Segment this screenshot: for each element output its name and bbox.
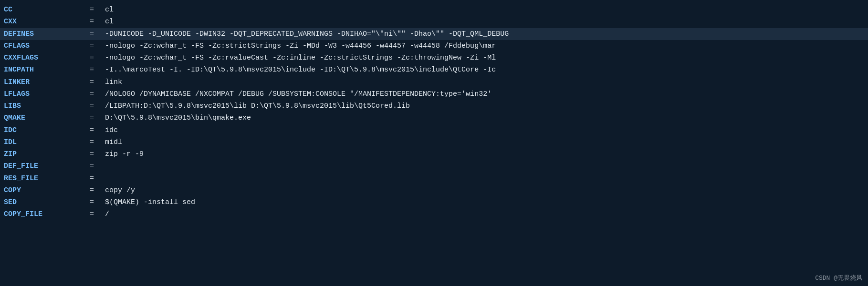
row-value: -nologo -Zc:wchar_t -FS -Zc:rvalueCast -…: [105, 52, 496, 63]
row-key: LFLAGS: [4, 89, 90, 100]
row-key: CFLAGS: [4, 41, 90, 51]
row-key: IDC: [4, 125, 90, 136]
row-key: COPY: [4, 185, 90, 196]
row-value: midl: [105, 137, 122, 148]
row-equals: =: [90, 29, 101, 40]
table-row: DEF_FILE=: [0, 160, 868, 172]
table-row: CFLAGS=-nologo -Zc:wchar_t -FS -Zc:stric…: [0, 40, 868, 52]
row-equals: =: [90, 173, 101, 184]
table-row: LIBS=/LIBPATH:D:\QT\5.9.8\msvc2015\lib D…: [0, 100, 868, 112]
row-value: cl: [105, 16, 114, 27]
row-key: LIBS: [4, 101, 90, 112]
row-equals: =: [90, 149, 101, 160]
table-row: IDC=idc: [0, 124, 868, 136]
table-row: SED=$(QMAKE) -install sed: [0, 196, 868, 208]
row-equals: =: [90, 112, 101, 123]
row-key: DEF_FILE: [4, 161, 90, 172]
watermark: CSDN @无畏烧风: [815, 274, 862, 282]
table-row: CC=cl: [0, 4, 868, 16]
row-equals: =: [90, 197, 101, 208]
row-key: IDL: [4, 137, 90, 148]
row-key: CXXFLAGS: [4, 52, 90, 63]
row-key: LINKER: [4, 77, 90, 88]
row-equals: =: [90, 41, 101, 51]
row-key: DEFINES: [4, 29, 90, 40]
table-row: CXX=cl: [0, 16, 868, 28]
row-equals: =: [90, 77, 101, 88]
row-equals: =: [90, 125, 101, 136]
row-value: $(QMAKE) -install sed: [105, 197, 195, 208]
table-row: QMAKE=D:\QT\5.9.8\msvc2015\bin\qmake.exe: [0, 112, 868, 124]
row-key: COPY_FILE: [4, 209, 90, 220]
table-row: IDL=midl: [0, 136, 868, 148]
row-value: /LIBPATH:D:\QT\5.9.8\msvc2015\lib D:\QT\…: [105, 101, 410, 112]
row-value: /NOLOGO /DYNAMICBASE /NXCOMPAT /DEBUG /S…: [105, 89, 492, 100]
table-row: COPY_FILE=/: [0, 208, 868, 220]
row-equals: =: [90, 209, 101, 220]
row-key: QMAKE: [4, 112, 90, 123]
table-row: LINKER=link: [0, 76, 868, 88]
row-key: CXX: [4, 16, 90, 27]
row-equals: =: [90, 161, 101, 172]
row-equals: =: [90, 185, 101, 196]
row-value: idc: [105, 125, 118, 136]
row-value: copy /y: [105, 185, 135, 196]
table-row: DEFINES=-DUNICODE -D_UNICODE -DWIN32 -DQ…: [0, 28, 868, 40]
row-equals: =: [90, 16, 101, 27]
row-value: zip -r -9: [105, 149, 144, 160]
row-key: RES_FILE: [4, 173, 90, 184]
row-value: cl: [105, 4, 114, 15]
row-equals: =: [90, 89, 101, 100]
row-key: CC: [4, 4, 90, 15]
row-equals: =: [90, 137, 101, 148]
row-key: ZIP: [4, 149, 90, 160]
table-row: LFLAGS=/NOLOGO /DYNAMICBASE /NXCOMPAT /D…: [0, 88, 868, 100]
row-equals: =: [90, 52, 101, 63]
table-row: INCPATH=-I..\marcoTest -I. -ID:\QT\5.9.8…: [0, 64, 868, 76]
row-equals: =: [90, 64, 101, 75]
row-value: link: [105, 77, 122, 88]
row-value: -DUNICODE -D_UNICODE -DWIN32 -DQT_DEPREC…: [105, 29, 509, 40]
row-value: -nologo -Zc:wchar_t -FS -Zc:strictString…: [105, 41, 496, 51]
table-row: RES_FILE=: [0, 173, 868, 184]
row-value: /: [105, 209, 109, 220]
row-value: -I..\marcoTest -I. -ID:\QT\5.9.8\msvc201…: [105, 64, 496, 75]
terminal-window: CC=clCXX=clDEFINES=-DUNICODE -D_UNICODE …: [0, 0, 868, 286]
table-row: CXXFLAGS=-nologo -Zc:wchar_t -FS -Zc:rva…: [0, 52, 868, 64]
row-key: SED: [4, 197, 90, 208]
row-equals: =: [90, 4, 101, 15]
table-row: ZIP=zip -r -9: [0, 148, 868, 160]
table-row: COPY=copy /y: [0, 184, 868, 196]
row-value: D:\QT\5.9.8\msvc2015\bin\qmake.exe: [105, 112, 251, 123]
row-key: INCPATH: [4, 64, 90, 75]
row-equals: =: [90, 101, 101, 112]
